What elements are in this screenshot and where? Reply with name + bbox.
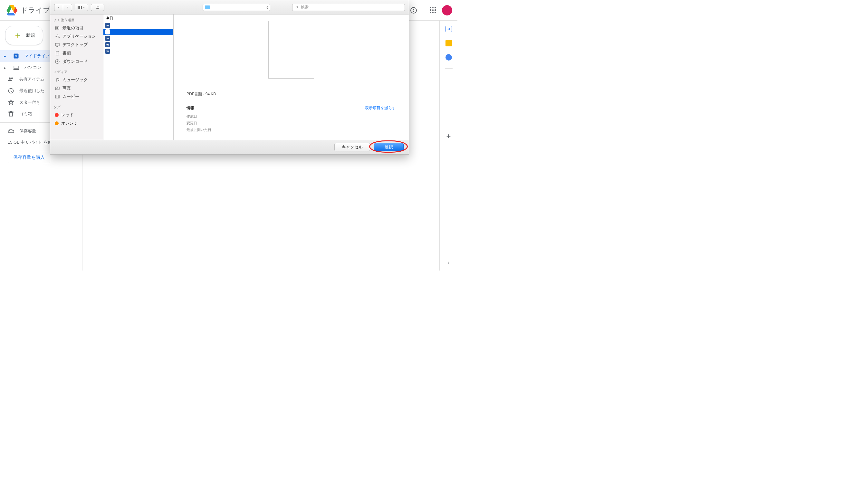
file-item[interactable]: W [103, 48, 173, 54]
sidebar-music[interactable]: ミュージック [50, 76, 103, 84]
star-icon [8, 99, 14, 106]
sidebar-item-label: 共有アイテム [19, 76, 45, 82]
sidebar-downloads[interactable]: ダウンロード [50, 57, 103, 66]
back-button[interactable]: ‹ [54, 4, 63, 11]
drive-side-panel: 31 + › [439, 21, 457, 271]
svg-point-10 [58, 80, 59, 81]
drive-icon [13, 53, 19, 59]
view-buttons: ⌄ [75, 4, 88, 11]
movies-icon [55, 94, 60, 99]
file-item[interactable]: W [103, 22, 173, 29]
word-doc-icon: W [105, 42, 110, 47]
tags-header: タグ [50, 103, 103, 111]
favorites-header: よく使う項目 [50, 16, 103, 24]
sidebar-photos[interactable]: 写真 [50, 84, 103, 92]
search-field[interactable]: 検索 [292, 4, 405, 11]
file-open-dialog: ‹ › ⌄ ▴▾ 検索 よく使う項目 最近の項目 アプリケーション デスクトップ [50, 0, 409, 155]
preview-filetype: PDF書類 - 94 KB [187, 91, 396, 100]
search-icon [295, 5, 299, 9]
cancel-button[interactable]: キャンセル [334, 143, 370, 151]
column-view-button[interactable]: ⌄ [75, 4, 88, 11]
google-apps-icon[interactable] [429, 6, 437, 14]
sidebar-documents[interactable]: 書類 [50, 49, 103, 57]
sidebar-movies[interactable]: ムービー [50, 92, 103, 101]
chevron-right-icon: ▸ [4, 65, 8, 70]
documents-icon [55, 51, 60, 56]
file-item[interactable]: W [103, 35, 173, 41]
svg-rect-1 [78, 6, 78, 9]
search-placeholder: 検索 [301, 4, 308, 10]
calendar-app-icon[interactable]: 31 [445, 26, 452, 32]
forward-button[interactable]: › [63, 4, 72, 11]
account-avatar[interactable] [442, 5, 452, 16]
dialog-footer: キャンセル 選択 [50, 140, 409, 154]
photos-icon [55, 86, 60, 91]
add-app-icon[interactable]: + [446, 132, 451, 141]
sidebar-desktop[interactable]: デスクトップ [50, 40, 103, 49]
info-icon[interactable] [410, 6, 418, 14]
updown-icon: ▴▾ [266, 5, 268, 9]
new-button[interactable]: ＋ 新規 [5, 26, 43, 45]
buy-storage-button[interactable]: 保存容量を購入 [8, 152, 50, 163]
group-button[interactable] [91, 4, 104, 11]
recent-icon [55, 25, 60, 31]
sidebar-applications[interactable]: アプリケーション [50, 32, 103, 40]
info-created-label: 作成日 [187, 113, 396, 120]
word-doc-icon: W [105, 49, 110, 54]
applications-icon [55, 34, 60, 39]
downloads-icon [55, 59, 60, 64]
desktop-icon [55, 42, 60, 47]
svg-rect-7 [55, 43, 59, 46]
computer-icon [13, 65, 19, 71]
location-dropdown[interactable]: ▴▾ [202, 4, 270, 11]
plus-icon: ＋ [13, 29, 22, 41]
svg-rect-11 [55, 87, 59, 90]
red-dot-icon [55, 113, 59, 117]
toggle-info-link[interactable]: 表示項目を減らす [365, 105, 396, 111]
info-section-title: 情報 [187, 105, 194, 111]
info-modified-label: 変更日 [187, 120, 396, 127]
tasks-app-icon[interactable] [445, 54, 452, 60]
sidebar-item-label: 最近使用した [19, 88, 45, 94]
finder-sidebar: よく使う項目 最近の項目 アプリケーション デスクトップ 書類 ダウンロード メ… [50, 15, 103, 140]
media-header: メディア [50, 68, 103, 76]
tag-orange[interactable]: オレンジ [50, 119, 103, 128]
music-icon [55, 77, 60, 83]
clock-icon [8, 88, 14, 94]
preview-thumbnail [268, 21, 314, 78]
tag-red[interactable]: レッド [50, 111, 103, 119]
sidebar-recent[interactable]: 最近の項目 [50, 24, 103, 32]
svg-rect-6 [56, 27, 58, 29]
pdf-doc-icon [105, 29, 110, 34]
drive-logo[interactable]: ドライブ [5, 4, 50, 17]
file-item[interactable]: W [103, 41, 173, 48]
sidebar-item-label: スター付き [19, 100, 40, 105]
sidebar-item-label: パソコン [24, 65, 41, 71]
svg-rect-2 [79, 6, 80, 9]
word-doc-icon: W [105, 23, 110, 28]
file-item-selected[interactable] [103, 29, 173, 35]
nav-buttons: ‹ › [54, 4, 72, 11]
svg-point-12 [57, 88, 58, 89]
svg-rect-13 [55, 95, 59, 98]
trash-icon [8, 111, 14, 117]
file-preview-pane: PDF書類 - 94 KB 情報 表示項目を減らす 作成日 変更日 最後に開いた… [174, 15, 409, 140]
file-list: 今日 W W W W [103, 15, 174, 140]
keep-app-icon[interactable] [445, 40, 452, 47]
sidebar-item-label: 保存容量 [19, 128, 36, 134]
sidebar-item-label: マイドライブ [24, 53, 50, 59]
info-lastopened-label: 最後に開いた日 [187, 127, 396, 133]
chevron-right-icon: ▸ [4, 54, 8, 59]
people-icon [8, 76, 14, 83]
collapse-panel-icon[interactable]: › [448, 259, 449, 271]
new-button-label: 新規 [26, 33, 35, 38]
svg-rect-3 [81, 6, 82, 9]
finder-toolbar: ‹ › ⌄ ▴▾ 検索 [50, 0, 409, 15]
svg-point-4 [296, 6, 298, 8]
folder-icon [205, 5, 210, 9]
drive-app-name: ドライブ [21, 5, 50, 15]
word-doc-icon: W [105, 36, 110, 41]
drive-logo-icon [5, 4, 18, 17]
sidebar-item-label: ゴミ箱 [19, 111, 32, 117]
select-button[interactable]: 選択 [374, 143, 404, 151]
